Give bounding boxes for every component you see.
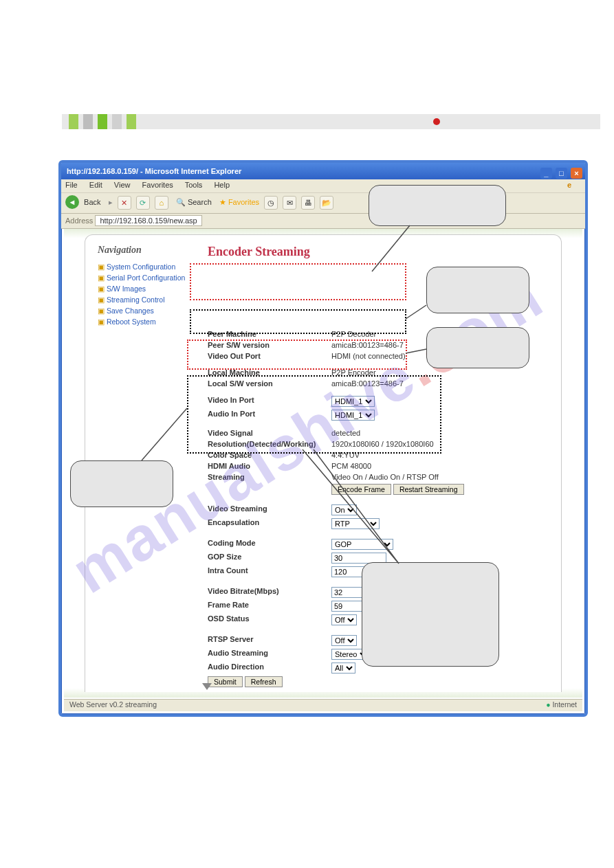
status-bar: Web Server v0.2 streaming ● Internet [64, 699, 582, 711]
sidebar-item-save-changes[interactable]: Save Changes [98, 307, 194, 315]
sidebar-item-reboot[interactable]: Reboot System [98, 318, 194, 326]
refresh-button[interactable]: Refresh [245, 676, 283, 687]
encapsulation-select[interactable]: RTP [331, 518, 380, 529]
sidebar: Navigation System Configuration Serial P… [98, 245, 194, 329]
panel-tab-indicator-icon [202, 683, 212, 693]
window-maximize-button[interactable]: □ [556, 168, 567, 179]
menu-tools[interactable]: Tools [185, 181, 203, 189]
page-header-strip [62, 114, 600, 129]
status-left-text: Web Server v0.2 streaming [69, 700, 157, 709]
stop-button[interactable]: ✕ [118, 196, 131, 210]
rtsp-server-label: RTSP Server [208, 635, 331, 643]
encapsulation-label: Encapsulation [208, 518, 331, 526]
coding-mode-label: Coding Mode [208, 539, 331, 547]
submit-button[interactable]: Submit [208, 676, 243, 687]
header-sq-4 [112, 114, 122, 129]
annotation-outline-inports [187, 340, 407, 370]
window-minimize-button[interactable]: _ [540, 168, 552, 179]
video-streaming-select[interactable]: On [331, 504, 357, 515]
streaming-status-label: Streaming [208, 473, 331, 481]
osd-status-select[interactable]: Off [331, 614, 357, 625]
sidebar-header: Navigation [98, 245, 194, 256]
history-button[interactable]: ◷ [264, 196, 278, 210]
callout-box-5 [362, 562, 499, 667]
gop-size-label: GOP Size [208, 553, 331, 561]
header-sq-1 [69, 114, 78, 129]
audio-direction-select[interactable]: All [331, 663, 355, 674]
home-button[interactable]: ⌂ [155, 196, 168, 210]
window-close-button[interactable]: × [571, 168, 582, 179]
open-button[interactable]: 📂 [320, 196, 333, 210]
streaming-status-value: Video On / Audio On / RTSP Off [331, 473, 439, 481]
window-titlebar: http://192.168.0.159/ - Microsoft Intern… [61, 163, 585, 179]
globe-icon: ● [546, 700, 552, 709]
encode-frame-button[interactable]: Encode Frame [331, 484, 391, 495]
callout-box-2 [426, 267, 529, 313]
annotation-outline-signal [187, 375, 441, 454]
rtsp-server-select[interactable]: Off [331, 635, 357, 646]
menu-help[interactable]: Help [214, 181, 230, 189]
coding-mode-select[interactable]: GOP [331, 539, 393, 550]
ie-logo-icon: e [567, 181, 571, 189]
menu-file[interactable]: File [65, 181, 78, 189]
osd-status-label: OSD Status [208, 614, 331, 623]
audio-streaming-label: Audio Streaming [208, 649, 331, 657]
frame-rate-label: Frame Rate [208, 601, 331, 609]
back-button-label[interactable]: Back [84, 198, 100, 206]
back-button-icon[interactable]: ◄ [65, 195, 79, 209]
menu-edit[interactable]: Edit [89, 181, 102, 189]
favorites-button[interactable]: ★ Favorites [219, 198, 259, 206]
restart-streaming-button[interactable]: Restart Streaming [393, 484, 464, 495]
header-red-dot-icon [433, 118, 440, 125]
header-sq-5 [127, 114, 136, 129]
menu-favorites[interactable]: Favorites [142, 181, 173, 189]
address-url-field[interactable]: http://192.168.0.159/new.asp [95, 215, 201, 226]
video-streaming-label: Video Streaming [208, 504, 331, 513]
sidebar-item-sw-images[interactable]: S/W Images [98, 285, 194, 293]
forward-button[interactable]: ▸ [109, 198, 113, 206]
annotation-outline-peer [190, 263, 406, 300]
mail-button[interactable]: ✉ [283, 196, 296, 210]
callout-box-3 [426, 327, 529, 368]
menubar: File Edit View Favorites Tools Help e [61, 179, 585, 193]
page-title: Encoder Streaming [208, 245, 549, 259]
audio-direction-label: Audio Direction [208, 663, 331, 671]
header-sq-2 [83, 114, 93, 129]
status-right-text: Internet [552, 700, 577, 709]
sidebar-item-serial-port[interactable]: Serial Port Configuration [98, 274, 194, 282]
address-bar: Address http://192.168.0.159/new.asp [61, 214, 585, 229]
callout-box-4 [70, 460, 173, 507]
search-button[interactable]: 🔍 Search [176, 198, 212, 206]
video-bitrate-label: Video Bitrate(Mbps) [208, 587, 331, 595]
menu-view[interactable]: View [114, 181, 131, 189]
callout-box-1 [369, 185, 506, 226]
hdmi-audio-value: PCM 48000 [331, 462, 371, 470]
window-title: http://192.168.0.159/ - Microsoft Intern… [67, 167, 241, 175]
annotation-outline-local [190, 309, 406, 334]
toolbar: ◄ Back ▸ ✕ ⟳ ⌂ 🔍 Search ★ Favorites ◷ ✉ … [61, 193, 585, 214]
address-label: Address [65, 216, 93, 225]
sidebar-item-system-config[interactable]: System Configuration [98, 263, 194, 271]
hdmi-audio-label: HDMI Audio [208, 462, 331, 470]
print-button[interactable]: 🖶 [301, 196, 315, 210]
header-sq-3 [98, 114, 107, 129]
intra-count-label: Intra Count [208, 566, 331, 575]
refresh-button[interactable]: ⟳ [136, 196, 150, 210]
sidebar-item-streaming-control[interactable]: Streaming Control [98, 296, 194, 304]
